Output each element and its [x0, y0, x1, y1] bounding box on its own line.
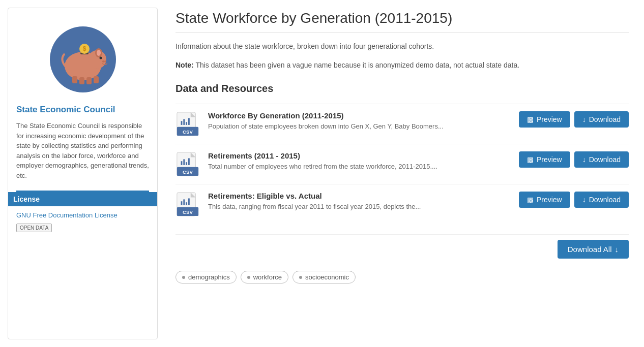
svg-rect-20	[183, 119, 185, 125]
bar-chart-icon: ▩	[527, 196, 534, 204]
download-all-area: Download All ↓	[175, 234, 629, 259]
note-label: Note:	[175, 61, 194, 69]
resource-item: CSV Retirements (2011 - 2015) Total numb…	[175, 144, 629, 184]
dataset-note: Note: This dataset has been given a vagu…	[175, 60, 629, 71]
tags-area: demographics workforce socioeconomic	[175, 271, 629, 283]
tag-dot	[247, 276, 250, 279]
svg-rect-29	[186, 162, 187, 165]
download-icon: ↓	[582, 196, 586, 204]
tag-demographics[interactable]: demographics	[175, 271, 237, 283]
org-image-area: $	[16, 16, 149, 105]
svg-rect-38	[188, 198, 190, 205]
svg-rect-37	[186, 202, 187, 205]
download-icon: ↓	[582, 115, 586, 123]
piggy-bank-icon: $	[50, 26, 116, 92]
bar-chart-icon: ▩	[527, 115, 534, 123]
download-button[interactable]: ↓ Download	[574, 111, 629, 128]
svg-rect-8	[72, 76, 77, 83]
resource-desc: Population of state employees broken dow…	[208, 122, 486, 131]
svg-rect-11	[94, 76, 99, 83]
resource-item: CSV Workforce By Generation (2011-2015) …	[175, 104, 629, 144]
resource-title: Workforce By Generation (2011-2015)	[208, 111, 486, 120]
resource-title: Retirements (2011 - 2015)	[208, 151, 486, 160]
tag-socioeconomic[interactable]: socioeconomic	[292, 271, 356, 283]
tag-label: workforce	[253, 273, 282, 281]
tag-label: demographics	[188, 273, 230, 281]
svg-text:CSV: CSV	[183, 129, 193, 135]
svg-rect-28	[183, 159, 185, 165]
tag-workforce[interactable]: workforce	[241, 271, 288, 283]
resource-desc: Total number of employees who retired fr…	[208, 162, 486, 171]
download-icon: ↓	[582, 155, 586, 164]
resource-actions: ▩ Preview ↓ Download	[496, 111, 629, 128]
svg-rect-30	[188, 158, 190, 165]
license-link[interactable]: GNU Free Documentation License	[16, 211, 149, 219]
license-header: License	[8, 192, 157, 206]
resource-info: Retirements (2011 - 2015) Total number o…	[208, 151, 486, 171]
page-title: State Workforce by Generation (2011-2015…	[175, 10, 629, 26]
svg-text:CSV: CSV	[183, 209, 193, 215]
tag-dot	[182, 276, 185, 279]
svg-rect-35	[181, 201, 183, 205]
resources-section-title: Data and Resources	[175, 83, 629, 94]
license-section: License GNU Free Documentation License O…	[16, 191, 149, 232]
resource-info: Workforce By Generation (2011-2015) Popu…	[208, 111, 486, 131]
svg-rect-22	[188, 118, 190, 124]
dataset-description: Information about the state workforce, b…	[175, 41, 629, 52]
main-content: State Workforce by Generation (2011-2015…	[165, 0, 644, 347]
svg-rect-9	[79, 77, 84, 84]
svg-point-6	[102, 60, 104, 62]
svg-rect-27	[181, 161, 183, 165]
sidebar: $ State Economic Council The State Econo…	[8, 8, 158, 339]
resource-csv-icon: CSV	[175, 111, 201, 137]
note-text: This dataset has been given a vague name…	[195, 61, 519, 69]
svg-text:CSV: CSV	[183, 169, 193, 175]
svg-point-7	[104, 60, 106, 62]
title-divider	[175, 33, 629, 33]
resource-desc: This data, ranging from fiscal year 2011…	[208, 202, 486, 211]
resource-title: Retirements: Eligible vs. Actual	[208, 192, 486, 200]
svg-rect-21	[186, 122, 187, 125]
download-all-icon: ↓	[615, 245, 619, 254]
tag-label: socioeconomic	[305, 273, 349, 281]
tag-dot	[299, 276, 302, 279]
resource-csv-icon: CSV	[175, 192, 201, 217]
resource-csv-icon: CSV	[175, 151, 201, 177]
svg-point-5	[99, 57, 102, 59]
download-button[interactable]: ↓ Download	[574, 151, 629, 168]
download-button[interactable]: ↓ Download	[574, 192, 629, 208]
svg-rect-10	[86, 77, 92, 84]
svg-text:$: $	[82, 45, 86, 52]
open-data-badge: OPEN DATA	[16, 224, 52, 232]
resource-actions: ▩ Preview ↓ Download	[496, 192, 629, 208]
preview-button[interactable]: ▩ Preview	[519, 151, 570, 168]
preview-button[interactable]: ▩ Preview	[519, 192, 570, 208]
svg-rect-19	[181, 121, 183, 125]
org-description: The State Economic Council is responsibl…	[16, 121, 149, 180]
bar-chart-icon: ▩	[527, 155, 534, 164]
svg-point-4	[97, 50, 101, 56]
resource-actions: ▩ Preview ↓ Download	[496, 151, 629, 168]
resource-info: Retirements: Eligible vs. Actual This da…	[208, 192, 486, 211]
preview-button[interactable]: ▩ Preview	[519, 111, 570, 128]
resource-item: CSV Retirements: Eligible vs. Actual Thi…	[175, 184, 629, 224]
org-name-link[interactable]: State Economic Council	[16, 105, 149, 115]
download-all-button[interactable]: Download All ↓	[558, 240, 629, 259]
svg-rect-36	[183, 199, 185, 205]
